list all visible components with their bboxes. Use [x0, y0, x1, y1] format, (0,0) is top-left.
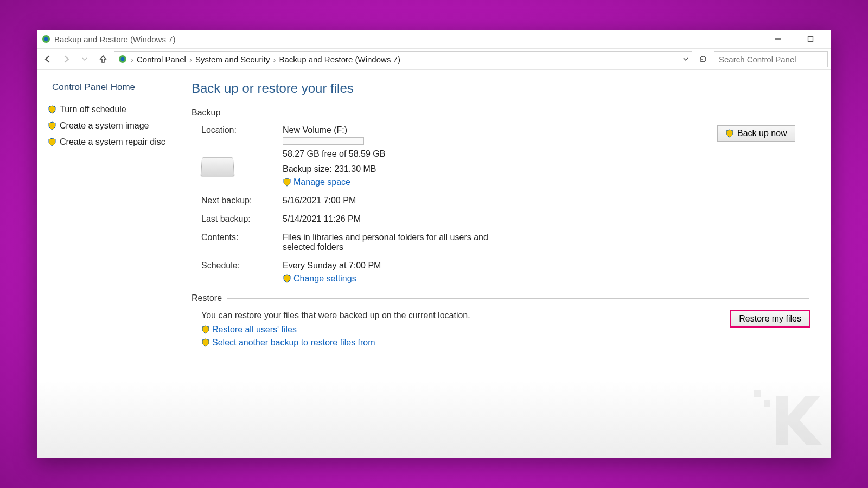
up-button[interactable]	[95, 52, 111, 67]
sidebar-item-label: Create a system image	[60, 121, 149, 131]
manage-space-link[interactable]: Manage space	[293, 177, 350, 187]
shield-icon	[48, 121, 56, 130]
svg-rect-3	[808, 37, 813, 42]
title-bar: Backup and Restore (Windows 7)	[37, 30, 831, 48]
button-label: Restore my files	[739, 314, 801, 324]
minimize-button[interactable]	[767, 31, 789, 47]
disk-usage-bar	[283, 137, 364, 145]
backup-info: Location: New Volume (F:) 58.27 GB free …	[201, 125, 809, 284]
window-title: Backup and Restore (Windows 7)	[54, 35, 175, 44]
shield-icon	[283, 178, 291, 187]
address-dropdown[interactable]	[683, 56, 688, 62]
maximize-button[interactable]	[800, 31, 821, 47]
backup-section-header: Backup	[192, 108, 809, 118]
contents-label: Contents:	[201, 233, 277, 252]
shield-icon	[283, 274, 291, 283]
chevron-right-icon: ›	[273, 55, 276, 64]
next-backup-value: 5/16/2021 7:00 PM	[283, 196, 712, 206]
button-label: Back up now	[737, 129, 787, 138]
shield-icon	[725, 129, 734, 138]
recent-dropdown[interactable]	[77, 52, 92, 67]
shield-icon	[48, 105, 56, 114]
sidebar-turn-off-schedule[interactable]: Turn off schedule	[47, 105, 165, 114]
content-area: Control Panel Home Turn off schedule Cre…	[37, 70, 831, 458]
restore-description: You can restore your files that were bac…	[201, 311, 720, 320]
main-panel: Back up or restore your files Backup Loc…	[175, 70, 831, 458]
free-space: 58.27 GB free of 58.59 GB	[283, 149, 712, 159]
forward-button[interactable]	[59, 52, 74, 67]
breadcrumb-root[interactable]: Control Panel	[137, 55, 186, 64]
sidebar: Control Panel Home Turn off schedule Cre…	[37, 70, 175, 458]
backup-now-button[interactable]: Back up now	[717, 125, 795, 142]
chevron-right-icon: ›	[189, 55, 192, 64]
restore-my-files-button[interactable]: Restore my files	[731, 311, 809, 327]
shield-icon	[201, 338, 210, 347]
sidebar-create-repair-disc[interactable]: Create a system repair disc	[47, 137, 165, 147]
control-panel-home-link[interactable]: Control Panel Home	[47, 82, 165, 93]
back-button[interactable]	[40, 52, 55, 67]
chevron-right-icon: ›	[131, 55, 133, 64]
breadcrumb-leaf[interactable]: Backup and Restore (Windows 7)	[279, 55, 400, 64]
last-backup-label: Last backup:	[201, 214, 277, 224]
backup-now-cell: Back up now	[717, 125, 809, 187]
schedule-value: Every Sunday at 7:00 PM Change settings	[283, 261, 712, 284]
location-value: New Volume (F:) 58.27 GB free of 58.59 G…	[283, 125, 712, 187]
search-input[interactable]	[714, 51, 828, 67]
contents-value: Files in libraries and personal folders …	[283, 233, 510, 252]
backup-size: Backup size: 231.30 MB	[283, 164, 712, 174]
section-label: Restore	[192, 293, 222, 303]
breadcrumb-mid[interactable]: System and Security	[195, 55, 270, 64]
sidebar-create-system-image[interactable]: Create a system image	[47, 121, 165, 131]
last-backup-value: 5/14/2021 11:26 PM	[283, 214, 712, 224]
change-settings-link[interactable]: Change settings	[293, 274, 356, 284]
control-panel-icon	[118, 54, 127, 64]
sidebar-item-label: Create a system repair disc	[60, 137, 165, 147]
section-label: Backup	[192, 108, 220, 118]
svg-point-1	[44, 37, 48, 41]
schedule-label: Schedule:	[201, 261, 277, 284]
restore-section-header: Restore	[192, 293, 809, 303]
sidebar-item-label: Turn off schedule	[60, 105, 126, 114]
window-frame: Backup and Restore (Windows 7)	[37, 30, 831, 458]
next-backup-label: Next backup:	[201, 196, 277, 206]
location-label: Location:	[201, 125, 277, 187]
shield-icon	[201, 325, 210, 334]
app-icon	[41, 34, 51, 44]
refresh-button[interactable]	[695, 52, 711, 67]
drive-icon	[201, 157, 235, 176]
shield-icon	[48, 138, 56, 146]
window-controls	[767, 31, 827, 47]
svg-point-5	[121, 57, 125, 61]
select-another-backup-link[interactable]: Select another backup to restore files f…	[212, 338, 375, 348]
restore-content: You can restore your files that were bac…	[201, 311, 809, 348]
nav-bar: › Control Panel › System and Security › …	[37, 48, 831, 70]
drive-name: New Volume (F:)	[283, 125, 712, 135]
page-title: Back up or restore your files	[192, 81, 809, 96]
restore-all-users-link[interactable]: Restore all users' files	[212, 325, 297, 335]
address-bar[interactable]: › Control Panel › System and Security › …	[114, 51, 692, 67]
